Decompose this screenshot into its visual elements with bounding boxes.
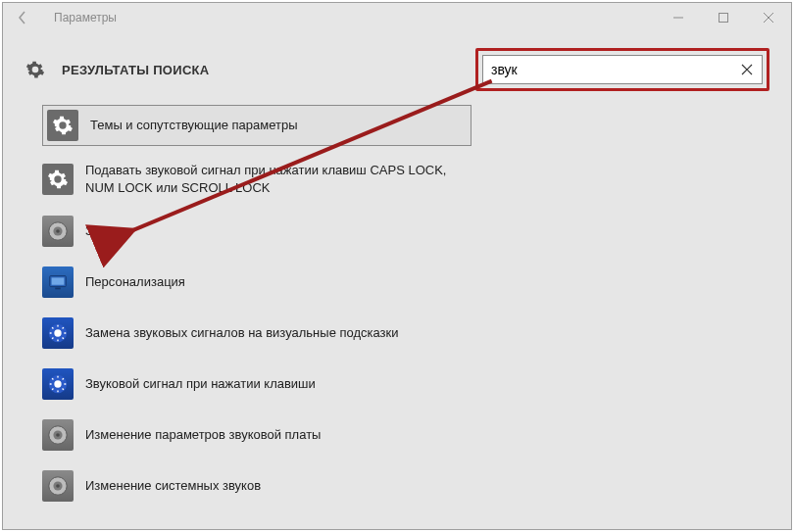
- page-title: РЕЗУЛЬТАТЫ ПОИСКА: [62, 63, 210, 77]
- speaker-icon: [42, 216, 74, 247]
- window-controls: [656, 3, 791, 32]
- result-label: Подавать звуковой сигнал при нажатии кла…: [85, 162, 473, 196]
- accessibility-icon: [42, 368, 74, 400]
- maximize-button[interactable]: [701, 3, 746, 32]
- settings-window: Параметры РЕЗУЛЬТАТЫ ПОИСКА: [2, 2, 792, 530]
- minimize-button[interactable]: [656, 3, 701, 32]
- svg-point-3: [56, 229, 60, 233]
- results-list: Темы и сопутствующие параметрыПодавать з…: [3, 97, 791, 506]
- monitor-icon: [42, 266, 74, 298]
- result-item[interactable]: Изменение параметров звуковой платы: [42, 415, 473, 455]
- svg-point-16: [56, 484, 60, 488]
- svg-rect-5: [52, 278, 65, 285]
- result-item[interactable]: Звук: [42, 212, 473, 251]
- accessibility-icon: [42, 317, 74, 349]
- search-box: [482, 55, 763, 84]
- titlebar: Параметры: [3, 3, 791, 32]
- gear-icon: [42, 164, 74, 195]
- close-button[interactable]: [746, 3, 791, 32]
- result-item[interactable]: Замена звуковых сигналов на визуальные п…: [42, 314, 473, 353]
- result-label: Персонализация: [85, 273, 185, 291]
- gear-icon: [47, 110, 78, 141]
- result-item[interactable]: Подавать звуковой сигнал при нажатии кла…: [42, 158, 473, 200]
- speaker-icon: [42, 470, 74, 502]
- result-label: Замена звуковых сигналов на визуальные п…: [85, 324, 399, 342]
- svg-rect-0: [720, 14, 728, 23]
- search-input[interactable]: [483, 56, 732, 83]
- back-button[interactable]: [9, 3, 38, 32]
- result-label: Звуковой сигнал при нажатии клавиши: [85, 375, 316, 393]
- svg-point-10: [54, 380, 61, 387]
- result-label: Изменение параметров звуковой платы: [85, 426, 321, 444]
- svg-rect-6: [55, 288, 61, 290]
- header-row: РЕЗУЛЬТАТЫ ПОИСКА: [3, 32, 791, 97]
- speaker-icon: [42, 419, 74, 451]
- svg-point-13: [56, 433, 60, 437]
- result-item[interactable]: Персонализация: [42, 263, 473, 302]
- result-label: Звук: [85, 222, 112, 240]
- result-label: Темы и сопутствующие параметры: [90, 117, 298, 134]
- gear-icon: [25, 59, 46, 80]
- search-highlight: [475, 48, 769, 91]
- result-label: Изменение системных звуков: [85, 477, 261, 495]
- window-title: Параметры: [54, 11, 117, 24]
- svg-point-8: [54, 329, 61, 336]
- result-item[interactable]: Изменение системных звуков: [42, 466, 473, 506]
- clear-search-button[interactable]: [732, 55, 762, 84]
- result-item[interactable]: Темы и сопутствующие параметры: [42, 105, 471, 146]
- result-item[interactable]: Звуковой сигнал при нажатии клавиши: [42, 364, 473, 404]
